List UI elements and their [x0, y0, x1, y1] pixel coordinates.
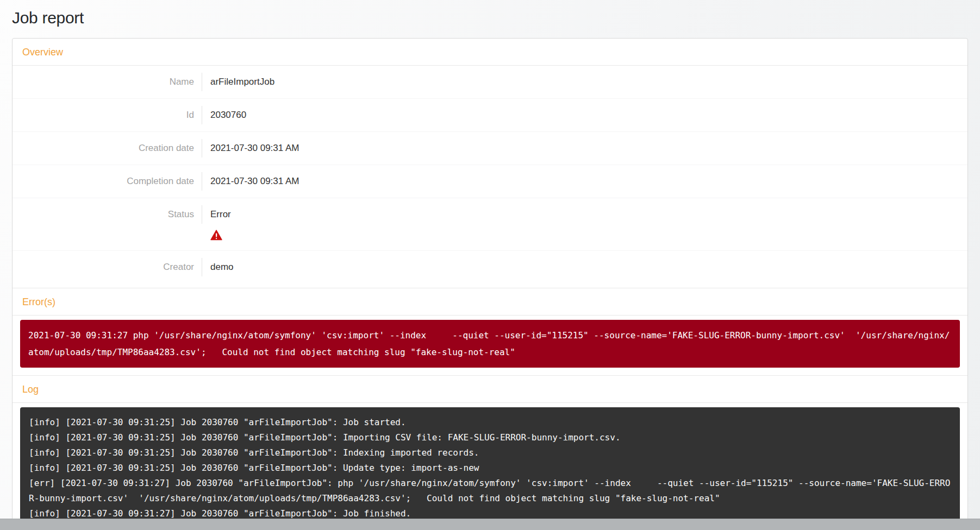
field-value: 2030760 — [202, 106, 246, 124]
field-row-creator: Creator demo — [13, 250, 967, 283]
field-label: Id — [13, 106, 202, 124]
log-body: [info] [2021-07-30 09:31:25] Job 2030760… — [13, 403, 967, 530]
warning-icon — [210, 230, 231, 241]
overview-section: Overview Name arFileImportJob Id 2030760… — [13, 39, 967, 288]
page-bottom-band — [0, 519, 980, 530]
job-report-panel: Overview Name arFileImportJob Id 2030760… — [12, 38, 968, 530]
field-row-status: Status Error — [13, 198, 967, 250]
overview-fields: Name arFileImportJob Id 2030760 Creation… — [13, 66, 967, 288]
field-value: 2021-07-30 09:31 AM — [202, 172, 299, 191]
log-heading: Log — [13, 376, 967, 403]
field-value: Error — [202, 205, 231, 243]
field-value: demo — [202, 258, 234, 276]
log-line: [info] [2021-07-30 09:31:25] Job 2030760… — [29, 445, 951, 460]
errors-section: Error(s) 2021-07-30 09:31:27 php '/usr/s… — [13, 288, 967, 375]
log-output-box: [info] [2021-07-30 09:31:25] Job 2030760… — [20, 407, 960, 529]
log-line: [info] [2021-07-30 09:31:25] Job 2030760… — [29, 430, 951, 445]
field-row-creation-date: Creation date 2021-07-30 09:31 AM — [13, 131, 967, 165]
field-value: arFileImportJob — [202, 73, 274, 91]
field-row-name: Name arFileImportJob — [13, 66, 967, 98]
log-line: [info] [2021-07-30 09:31:25] Job 2030760… — [29, 460, 951, 476]
log-section: Log [info] [2021-07-30 09:31:25] Job 203… — [13, 375, 967, 530]
overview-heading: Overview — [13, 39, 967, 66]
field-label: Creator — [13, 258, 202, 276]
log-line: [err] [2021-07-30 09:31:27] Job 2030760 … — [29, 476, 951, 506]
field-label: Completion date — [13, 172, 202, 191]
field-label: Creation date — [13, 139, 202, 157]
error-message-box: 2021-07-30 09:31:27 php '/usr/share/ngin… — [20, 320, 960, 368]
errors-heading: Error(s) — [13, 288, 967, 316]
page-title: Job report — [12, 9, 980, 27]
status-text: Error — [210, 208, 231, 221]
field-row-completion-date: Completion date 2021-07-30 09:31 AM — [13, 165, 967, 198]
field-label: Status — [13, 205, 202, 224]
field-row-id: Id 2030760 — [13, 98, 967, 131]
field-value: 2021-07-30 09:31 AM — [202, 139, 299, 157]
log-line: [info] [2021-07-30 09:31:25] Job 2030760… — [29, 415, 951, 430]
errors-body: 2021-07-30 09:31:27 php '/usr/share/ngin… — [13, 316, 967, 375]
field-label: Name — [13, 73, 202, 91]
